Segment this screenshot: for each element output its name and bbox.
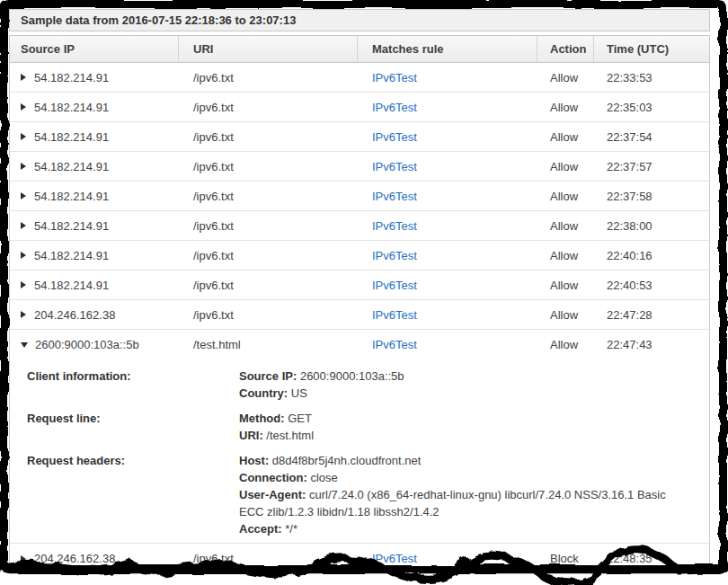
- matches-rule-link[interactable]: IPv6Test: [372, 71, 417, 84]
- source-ip-value: 54.182.214.91: [34, 160, 109, 173]
- time-cell: 22:48:35: [594, 552, 709, 565]
- detail-field-value: US: [288, 386, 307, 400]
- detail-line: Country: US: [239, 385, 693, 402]
- sample-data-panel: Sample data from 2016-07-15 22:18:36 to …: [9, 9, 710, 574]
- matches-rule-link[interactable]: IPv6Test: [372, 338, 417, 351]
- matches-rule-link[interactable]: IPv6Test: [372, 130, 417, 144]
- detail-section-label: Request headers:: [10, 452, 239, 537]
- caret-right-icon[interactable]: [21, 281, 26, 288]
- column-header-uri: URI: [179, 36, 358, 62]
- table-header-row: Source IP URI Matches rule Action Time (…: [10, 36, 709, 63]
- source-ip-cell: 54.182.214.91: [10, 130, 179, 144]
- table-row[interactable]: 54.182.214.91/ipv6.txtIPv6TestAllow22:37…: [10, 182, 709, 211]
- source-ip-cell: 204.246.162.38: [10, 308, 179, 322]
- table-row[interactable]: 204.246.162.38/ipv6.txtIPv6TestBlock22:4…: [10, 544, 709, 573]
- time-cell: 22:38:00: [594, 219, 709, 233]
- matches-rule-link[interactable]: IPv6Test: [372, 552, 417, 565]
- table-row[interactable]: 204.246.162.38/ipv6.txtIPv6TestAllow22:4…: [10, 300, 709, 330]
- uri-cell: /ipv6.txt: [179, 279, 358, 292]
- detail-line: Method: GET: [239, 410, 693, 427]
- matches-rule-link[interactable]: IPv6Test: [372, 101, 417, 114]
- action-cell: Allow: [537, 279, 594, 292]
- matches-rule-link[interactable]: IPv6Test: [372, 190, 417, 203]
- detail-section-values: Host: d8d4f8br5j4nh.cloudfront.netConnec…: [239, 452, 693, 537]
- table-row[interactable]: 54.182.214.91/ipv6.txtIPv6TestAllow22:37…: [10, 122, 709, 152]
- detail-field-value: 2600:9000:103a::5b: [297, 369, 404, 383]
- source-ip-cell: 54.182.214.91: [10, 101, 179, 114]
- screenshot-root: Sample data from 2016-07-15 22:18:36 to …: [0, 0, 728, 585]
- source-ip-value: 54.182.214.91: [34, 101, 109, 114]
- time-cell: 22:37:58: [594, 190, 709, 203]
- table-row[interactable]: 54.182.214.91/ipv6.txtIPv6TestAllow22:40…: [10, 241, 709, 270]
- uri-cell: /ipv6.txt: [179, 190, 358, 203]
- caret-right-icon[interactable]: [21, 103, 26, 111]
- action-cell: Allow: [537, 190, 594, 203]
- action-cell: Allow: [537, 219, 594, 233]
- table-row[interactable]: 2600:9000:103a::5b/test.htmlIPv6TestAllo…: [10, 330, 709, 359]
- source-ip-cell: 54.182.214.91: [10, 279, 179, 292]
- source-ip-value: 54.182.214.91: [34, 249, 109, 262]
- caret-right-icon[interactable]: [21, 192, 26, 199]
- caret-right-icon[interactable]: [21, 222, 26, 229]
- source-ip-cell: 54.182.214.91: [10, 160, 179, 173]
- action-cell: Allow: [537, 160, 594, 173]
- rule-cell: IPv6Test: [358, 71, 537, 84]
- action-cell: Allow: [537, 101, 594, 114]
- detail-line: Source IP: 2600:9000:103a::5b: [239, 368, 693, 385]
- column-header-matches-rule: Matches rule: [358, 36, 537, 62]
- table-row[interactable]: 54.182.214.91/ipv6.txtIPv6TestAllow22:35…: [10, 93, 709, 122]
- caret-right-icon[interactable]: [21, 133, 26, 140]
- caret-right-icon[interactable]: [21, 163, 26, 170]
- detail-line: URI: /test.html: [239, 427, 693, 444]
- detail-field-value: */*: [282, 522, 297, 536]
- rule-cell: IPv6Test: [358, 101, 537, 114]
- time-cell: 22:33:53: [594, 71, 709, 84]
- caret-right-icon[interactable]: [21, 252, 26, 259]
- table-row[interactable]: 54.182.214.91/ipv6.txtIPv6TestAllow22:38…: [10, 211, 709, 241]
- panel-title: Sample data from 2016-07-15 22:18:36 to …: [9, 9, 710, 31]
- rule-cell: IPv6Test: [358, 279, 537, 292]
- caret-right-icon[interactable]: [21, 555, 26, 563]
- source-ip-value: 54.182.214.91: [34, 279, 109, 292]
- detail-field-value: d8d4f8br5j4nh.cloudfront.net: [269, 454, 421, 467]
- matches-rule-link[interactable]: IPv6Test: [372, 308, 417, 322]
- uri-cell: /ipv6.txt: [179, 130, 358, 144]
- detail-line: Accept: */*: [239, 520, 693, 537]
- detail-section-label: Client information:: [10, 368, 239, 402]
- time-cell: 22:37:54: [594, 130, 709, 144]
- table-row[interactable]: 54.182.214.91/ipv6.txtIPv6TestAllow22:37…: [10, 152, 709, 182]
- detail-section: Request line:Method: GETURI: /test.html: [10, 410, 709, 444]
- detail-field-name: Country:: [239, 386, 288, 400]
- action-cell: Block: [537, 552, 594, 565]
- uri-cell: /ipv6.txt: [179, 552, 358, 565]
- source-ip-value: 204.246.162.38: [34, 308, 115, 322]
- uri-cell: /ipv6.txt: [179, 160, 358, 173]
- sample-table-body: 54.182.214.91/ipv6.txtIPv6TestAllow22:33…: [10, 63, 709, 573]
- table-row[interactable]: 54.182.214.91/ipv6.txtIPv6TestAllow22:40…: [10, 270, 709, 300]
- column-header-time-utc: Time (UTC): [594, 36, 709, 62]
- rule-cell: IPv6Test: [358, 219, 537, 233]
- caret-down-icon[interactable]: [21, 342, 28, 348]
- matches-rule-link[interactable]: IPv6Test: [372, 279, 417, 292]
- matches-rule-link[interactable]: IPv6Test: [372, 160, 417, 173]
- detail-section: Client information:Source IP: 2600:9000:…: [10, 368, 709, 402]
- time-cell: 22:40:53: [594, 279, 709, 292]
- table-row[interactable]: 54.182.214.91/ipv6.txtIPv6TestAllow22:33…: [10, 63, 709, 93]
- caret-right-icon[interactable]: [21, 74, 26, 81]
- matches-rule-link[interactable]: IPv6Test: [372, 249, 417, 262]
- action-cell: Allow: [537, 71, 594, 84]
- rule-cell: IPv6Test: [358, 308, 537, 322]
- detail-line: Connection: close: [239, 469, 693, 486]
- source-ip-value: 54.182.214.91: [34, 71, 109, 84]
- source-ip-cell: 54.182.214.91: [10, 219, 179, 233]
- column-header-action: Action: [537, 36, 594, 62]
- source-ip-cell: 54.182.214.91: [10, 249, 179, 262]
- time-cell: 22:47:43: [594, 338, 709, 351]
- source-ip-value: 54.182.214.91: [34, 130, 109, 144]
- detail-field-name: Connection:: [239, 471, 307, 484]
- matches-rule-link[interactable]: IPv6Test: [372, 219, 417, 233]
- time-cell: 22:37:57: [594, 160, 709, 173]
- time-cell: 22:47:28: [594, 308, 709, 322]
- caret-right-icon[interactable]: [21, 311, 26, 318]
- detail-section: Request headers:Host: d8d4f8br5j4nh.clou…: [10, 452, 709, 537]
